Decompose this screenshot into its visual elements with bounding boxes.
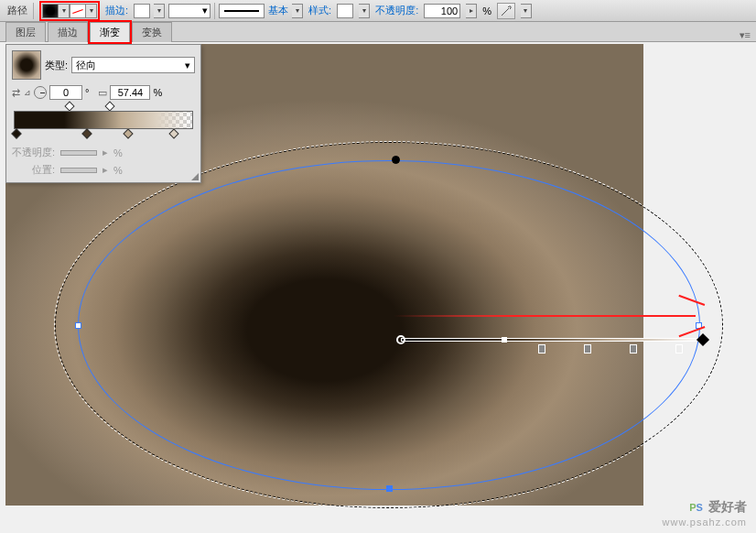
gradient-stop[interactable] (675, 344, 683, 354)
type-label: 类型: (45, 59, 68, 72)
wand-icon[interactable] (497, 3, 515, 19)
gradient-stop[interactable] (630, 344, 637, 354)
stroke-label: 描边: (105, 4, 128, 17)
opacity-dd[interactable]: ▸ (466, 4, 477, 18)
stroke-style-preview[interactable] (219, 4, 265, 18)
path-anchor-bottom[interactable] (386, 485, 393, 492)
gradient-stop[interactable] (584, 344, 591, 354)
tab-gradient[interactable]: 渐变 (90, 22, 130, 42)
wm-s: S (697, 502, 703, 513)
fill-none-swatch[interactable] (70, 4, 86, 18)
style-swatch[interactable] (337, 4, 353, 18)
scale-control[interactable]: ▭ 57.44 % (98, 85, 162, 100)
angle-suffix: ° (85, 87, 89, 98)
scale-suffix: % (153, 87, 162, 98)
panel-position-slider[interactable] (60, 168, 97, 173)
color-stop[interactable] (81, 128, 92, 138)
opacity-label: 不透明度: (375, 4, 418, 17)
stroke-group: ▾ ▾ 基本 ▾ (134, 3, 303, 19)
gradient-thumbnail[interactable] (12, 50, 41, 80)
color-stop[interactable] (168, 128, 178, 138)
stroke-swatch-dd[interactable]: ▾ (154, 4, 165, 18)
watermark: PS 爱好者 www.psahz.com (663, 493, 747, 528)
opacity-stop[interactable] (64, 101, 74, 111)
path-anchor-left[interactable] (75, 322, 81, 329)
gradient-panel: 类型: 径向 ▾ ⇄ ⊿ 0 ° ▭ 57.44 % 不透明度: ▸ % (5, 44, 201, 183)
scale-input[interactable]: 57.44 (110, 85, 150, 100)
panel-tabs: 图层 描边 渐变 变换 ▾≡ (0, 22, 756, 42)
tab-stroke[interactable]: 描边 (48, 22, 88, 42)
separator (214, 3, 215, 19)
gradient-track[interactable] (401, 338, 703, 342)
wm-cn: 爱好者 (708, 499, 747, 514)
stroke-width-input[interactable]: ▾ (168, 4, 211, 18)
wm-p: P (689, 502, 696, 513)
gradient-origin-handle[interactable] (396, 335, 405, 344)
options-bar: 路径 ▾ ▾ 描边: ▾ ▾ 基本 ▾ 样式: ▾ 不透明度: 100 ▸ % … (0, 0, 756, 22)
color-stop[interactable] (123, 128, 133, 138)
angle-control[interactable]: ⊿ 0 ° (24, 85, 89, 100)
annotation-arrow (394, 299, 723, 335)
panel-opacity-suffix: % (113, 147, 123, 158)
gradient-type-select[interactable]: 径向 ▾ (71, 57, 195, 73)
scale-icon: ▭ (98, 87, 107, 99)
chevron-down-icon: ▾ (185, 60, 190, 71)
gradient-ramp[interactable] (14, 111, 193, 129)
opacity-stop[interactable] (104, 101, 114, 111)
tab-layers[interactable]: 图层 (5, 22, 46, 42)
path-label: 路径 (7, 4, 27, 17)
panel-opacity-slider[interactable] (60, 150, 97, 156)
style-label: 样式: (308, 4, 331, 17)
reverse-icon[interactable]: ⇄ (12, 87, 20, 99)
fill-dropdown[interactable]: ▾ (59, 4, 70, 18)
fill-swatch[interactable] (42, 4, 59, 18)
path-anchor-top[interactable] (392, 156, 400, 164)
panel-position-suffix: % (113, 165, 123, 176)
wm-url: www.psahz.com (663, 517, 747, 528)
panel-position-label: 位置: (32, 163, 55, 177)
gradient-annotator[interactable] (401, 335, 703, 344)
fill-none-dropdown[interactable]: ▾ (86, 4, 97, 18)
slider-arrow-icon: ▸ (103, 147, 108, 158)
angle-dial[interactable] (34, 86, 47, 99)
gradient-stop[interactable] (538, 344, 545, 354)
panel-opacity-label: 不透明度: (12, 146, 55, 159)
separator (33, 3, 34, 19)
slider-arrow-icon: ▸ (103, 164, 108, 176)
line-style-dd[interactable]: ▾ (292, 4, 303, 18)
opacity-input[interactable]: 100 (424, 4, 460, 18)
stroke-swatch[interactable] (134, 4, 150, 18)
tab-transform[interactable]: 变换 (132, 22, 172, 42)
opacity-suffix: % (482, 5, 491, 16)
angle-input[interactable]: 0 (49, 85, 82, 100)
gradient-mid-handle[interactable] (502, 337, 507, 343)
line-style-label[interactable]: 基本 (268, 4, 288, 17)
style-dd[interactable]: ▾ (359, 4, 370, 18)
wand-dd[interactable]: ▾ (521, 4, 532, 18)
panel-resize-grip[interactable] (191, 173, 199, 180)
type-value: 径向 (76, 59, 96, 72)
fill-group-highlight: ▾ ▾ (39, 1, 100, 21)
panel-menu-icon[interactable]: ▾≡ (740, 29, 751, 41)
color-stop[interactable] (11, 128, 21, 138)
